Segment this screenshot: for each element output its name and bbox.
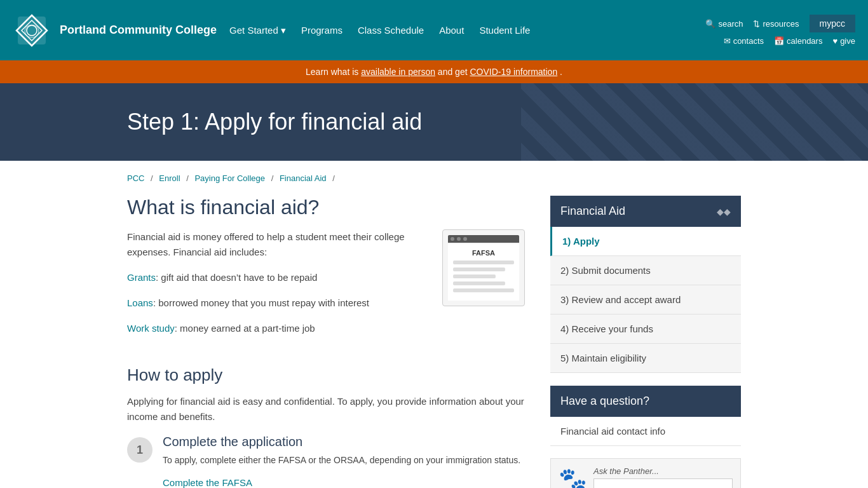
- main-content: What is financial aid? Financial aid is …: [127, 196, 525, 488]
- fafsa-line-4: [453, 281, 505, 285]
- how-to-apply-para: Applying for financial aid is easy and c…: [127, 394, 525, 424]
- nav-utility-links: 🔍 search ⇅ resources mypcc ✉ contacts 📅 …: [705, 15, 855, 46]
- grants-item: Grants: gift aid that doesn’t have to be…: [127, 270, 430, 285]
- sidebar-item-maintain-eligibility[interactable]: 5) Maintain eligibility: [550, 344, 741, 373]
- sidebar-item-receive-funds[interactable]: 4) Receive your funds: [550, 315, 741, 344]
- step-1-content: Complete the application To apply, compl…: [163, 435, 520, 488]
- top-navigation: Portland Community College Get Started ▾…: [0, 0, 868, 60]
- fafsa-titlebar: [448, 235, 519, 243]
- panther-mascot-icon: 🐾: [559, 466, 587, 488]
- workstudy-item: Work study: money earned at a part-time …: [127, 321, 430, 336]
- intro-text: Financial aid is money offered to help a…: [127, 229, 430, 346]
- have-a-question-header: Have a question?: [550, 386, 741, 417]
- sidebar: Financial Aid ◆◆ 1) Apply 2) Submit docu…: [550, 196, 741, 488]
- nav-get-started[interactable]: Get Started ▾: [229, 25, 286, 36]
- section-heading-what-is: What is financial aid?: [127, 196, 525, 219]
- contacts-link[interactable]: ✉ contacts: [724, 36, 764, 46]
- fafsa-line-3: [453, 274, 496, 278]
- contacts-icon: ✉: [724, 36, 731, 46]
- loans-link[interactable]: Loans: [127, 297, 153, 308]
- diamond-icon: ◆◆: [717, 207, 731, 217]
- alert-text-mid: and get: [438, 67, 470, 77]
- panther-search-input[interactable]: [593, 478, 733, 488]
- breadcrumb-pcc[interactable]: PCC: [127, 173, 144, 183]
- alert-text-before: Learn what is: [306, 67, 361, 77]
- sidebar-item-review-award[interactable]: 3) Review and accept award: [550, 285, 741, 315]
- search-link[interactable]: 🔍 search: [705, 19, 743, 29]
- complete-fafsa-link[interactable]: Complete the FAFSA: [163, 477, 252, 488]
- fafsa-title: FAFSA: [453, 249, 514, 257]
- mypcc-button[interactable]: mypcc: [810, 15, 855, 32]
- breadcrumb: PCC / Enroll / Paying For College / Fina…: [0, 161, 868, 189]
- content-area: What is financial aid? Financial aid is …: [0, 196, 868, 488]
- nav-student-life[interactable]: Student Life: [479, 25, 530, 36]
- search-icon: 🔍: [705, 19, 715, 29]
- alert-banner: Learn what is available in person and ge…: [0, 60, 868, 83]
- fafsa-line-2: [453, 268, 505, 271]
- nav-programs[interactable]: Programs: [301, 25, 342, 36]
- nav-about[interactable]: About: [439, 25, 464, 36]
- panther-label: Ask the Panther...: [593, 466, 733, 476]
- alert-text-after: .: [560, 67, 562, 77]
- how-to-apply-heading: How to apply: [127, 365, 525, 385]
- financial-aid-sidebar-header: Financial Aid ◆◆: [550, 196, 741, 227]
- fafsa-line-1: [453, 261, 514, 264]
- alert-covid-link[interactable]: COVID-19 information: [470, 67, 557, 77]
- breadcrumb-enroll[interactable]: Enroll: [159, 173, 180, 183]
- financial-aid-heading: Financial Aid: [560, 205, 625, 218]
- panther-input-area: Ask the Panther...: [593, 466, 733, 488]
- fafsa-image: FAFSA: [442, 229, 525, 306]
- main-navigation: Get Started ▾ Programs Class Schedule Ab…: [217, 25, 705, 36]
- give-link[interactable]: ♥ give: [832, 36, 855, 46]
- breadcrumb-financial-aid[interactable]: Financial Aid: [280, 173, 327, 183]
- intro-section: Financial aid is money offered to help a…: [127, 229, 525, 346]
- give-icon: ♥: [832, 36, 837, 46]
- step-1-number: 1: [127, 437, 153, 463]
- apply-section: How to apply Applying for financial aid …: [127, 365, 525, 488]
- alert-available-link[interactable]: available in person: [361, 67, 435, 77]
- page-header: Step 1: Apply for financial aid: [0, 83, 868, 161]
- fafsa-dot-1: [451, 237, 454, 241]
- pcc-logo-icon[interactable]: [13, 11, 51, 50]
- have-a-question-sidebar: Have a question? Financial aid contact i…: [550, 386, 741, 446]
- fafsa-dot-2: [457, 237, 461, 241]
- breadcrumb-paying-for-college[interactable]: Paying For College: [194, 173, 265, 183]
- question-heading: Have a question?: [560, 395, 649, 408]
- loans-item: Loans: borrowed money that you must repa…: [127, 295, 430, 311]
- fafsa-line-5: [453, 288, 514, 292]
- page-title: Step 1: Apply for financial aid: [127, 109, 741, 135]
- fafsa-mockup: FAFSA: [442, 229, 525, 306]
- grants-link[interactable]: Grants: [127, 272, 156, 283]
- calendars-link[interactable]: 📅 calendars: [774, 36, 822, 46]
- step-1-heading: Complete the application: [163, 435, 520, 449]
- panther-chat-box: 🐾 Ask the Panther...: [550, 458, 741, 488]
- step-1-item: 1 Complete the application To apply, com…: [127, 435, 525, 488]
- financial-aid-sidebar: Financial Aid ◆◆ 1) Apply 2) Submit docu…: [550, 196, 741, 373]
- nav-class-schedule[interactable]: Class Schedule: [358, 25, 424, 36]
- calendars-icon: 📅: [774, 36, 784, 46]
- resources-link[interactable]: ⇅ resources: [753, 19, 799, 29]
- sidebar-item-submit-docs[interactable]: 2) Submit documents: [550, 256, 741, 285]
- sidebar-item-apply[interactable]: 1) Apply: [550, 227, 741, 256]
- fafsa-dot-3: [463, 237, 467, 241]
- logo-area[interactable]: Portland Community College: [13, 11, 217, 50]
- sidebar-item-contact-info[interactable]: Financial aid contact info: [550, 417, 741, 446]
- fafsa-body: FAFSA: [448, 244, 519, 301]
- logo-text: Portland Community College: [60, 23, 217, 37]
- resources-icon: ⇅: [753, 19, 760, 29]
- workstudy-link[interactable]: Work study: [127, 323, 175, 334]
- step-1-para: To apply, complete either the FAFSA or t…: [163, 453, 520, 467]
- intro-paragraph: Financial aid is money offered to help a…: [127, 229, 430, 260]
